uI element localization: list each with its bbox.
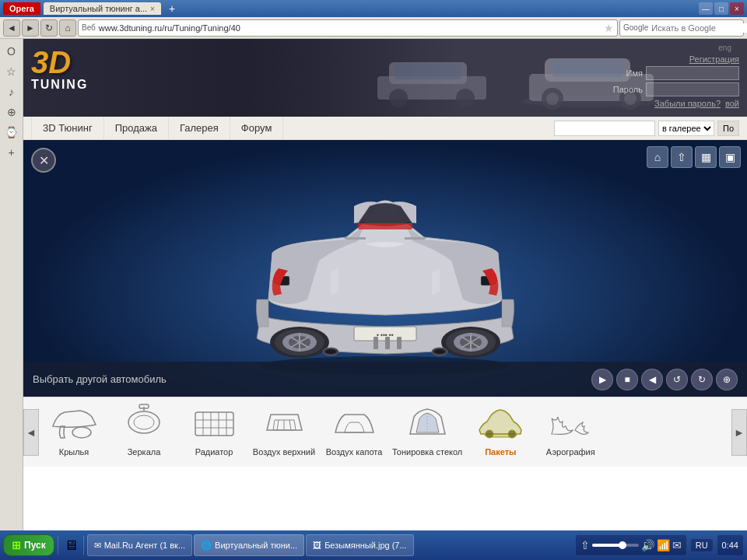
forgot-password-link[interactable]: Забыли пароль? bbox=[654, 99, 721, 108]
car-3d-svg: ▪ ▪▪▪ ▪▪ bbox=[210, 159, 560, 377]
login-name-input[interactable] bbox=[646, 66, 739, 80]
nav-item-gallery[interactable]: Галерея bbox=[169, 117, 230, 140]
part-item-tint[interactable]: Тонировка стекол bbox=[389, 398, 465, 460]
svg-point-45 bbox=[434, 349, 445, 354]
play-btn[interactable]: ▶ bbox=[591, 369, 613, 390]
start-button[interactable]: ⊞ Пуск bbox=[3, 534, 54, 556]
sidebar-icon-history[interactable]: ♪ bbox=[2, 82, 21, 101]
login-links: Забыли пароль? вой bbox=[654, 99, 739, 108]
taskbar-show-desktop[interactable]: 🖥 bbox=[61, 536, 80, 555]
address-icon: Веб bbox=[82, 23, 96, 32]
login-btn[interactable]: вой bbox=[725, 99, 739, 108]
taskbar-task-tuning[interactable]: 🌐 Виртуальный тюни... bbox=[194, 534, 304, 556]
choose-car-link[interactable]: Выбрать другой автомобиль bbox=[33, 373, 167, 385]
taskbar-task-image[interactable]: 🖼 Безымянный.jpg (7... bbox=[306, 534, 414, 556]
search-input[interactable] bbox=[651, 23, 747, 33]
tray-icon-mail[interactable]: ✉ bbox=[672, 539, 682, 551]
part-icon-hood-air bbox=[327, 401, 381, 444]
parts-carousel: ◄ Крылья bbox=[23, 397, 747, 467]
part-item-wings[interactable]: Крылья bbox=[39, 398, 109, 460]
part-icon-mirrors bbox=[117, 401, 171, 444]
tuning-bottom-bar: Выбрать другой автомобиль ▶ ■ ◀ ↺ ↻ ⊕ bbox=[23, 362, 747, 397]
svg-point-46 bbox=[72, 427, 91, 438]
system-tray: ⇧ 🔊 📶 ✉ bbox=[575, 534, 687, 556]
svg-point-43 bbox=[325, 349, 336, 354]
zoom-btn[interactable]: ⊕ bbox=[716, 369, 738, 390]
part-icon-air-top bbox=[257, 401, 311, 444]
sidebar-icon-downloads[interactable]: ⊕ bbox=[2, 103, 21, 121]
part-label-packages: Пакеты bbox=[485, 447, 516, 457]
search-bar[interactable]: Google ▼ bbox=[619, 19, 744, 37]
close-btn[interactable]: × bbox=[730, 2, 744, 15]
search-engine-label: Google bbox=[623, 23, 648, 32]
forward-btn[interactable]: ► bbox=[22, 19, 39, 37]
maximize-btn[interactable]: □ bbox=[714, 2, 728, 15]
address-bar[interactable]: Веб www.3dtuning.ru/ru/Tuning/Tuning/40 … bbox=[78, 19, 618, 37]
back-btn[interactable]: ◄ bbox=[3, 19, 20, 37]
search-go-btn[interactable]: По bbox=[717, 121, 739, 136]
volume-slider[interactable] bbox=[592, 544, 639, 547]
logo-3d-text: 3D bbox=[31, 47, 71, 78]
reload-btn[interactable]: ↻ bbox=[40, 19, 58, 37]
parts-scroll-area: Крылья Зеркала bbox=[39, 397, 731, 467]
browser-sidebar: O ☆ ♪ ⊕ ⌚ + bbox=[0, 39, 23, 543]
carousel-right-arrow[interactable]: ► bbox=[731, 409, 747, 456]
clock-area: 0:44 bbox=[717, 534, 744, 556]
svg-point-5 bbox=[546, 93, 559, 105]
sidebar-icon-opera[interactable]: O bbox=[2, 42, 21, 61]
rotate-ccw-btn[interactable]: ↺ bbox=[666, 369, 688, 390]
nav-item-sales[interactable]: Продажа bbox=[104, 117, 169, 140]
rotate-left-btn[interactable]: ◀ bbox=[641, 369, 663, 390]
language-selector[interactable]: eng bbox=[718, 44, 731, 52]
tray-icon-speaker[interactable]: 🔊 bbox=[641, 539, 654, 551]
sidebar-icon-add[interactable]: + bbox=[2, 143, 21, 162]
register-link[interactable]: Регистрация bbox=[689, 54, 739, 64]
svg-point-63 bbox=[508, 430, 516, 438]
svg-rect-51 bbox=[195, 412, 233, 436]
part-item-hood-air[interactable]: Воздух капота bbox=[319, 398, 389, 460]
search-scope-select[interactable]: в галерее bbox=[658, 121, 714, 136]
rotate-cw-btn[interactable]: ↻ bbox=[691, 369, 713, 390]
tray-icon-network[interactable]: 📶 bbox=[657, 539, 670, 551]
logo-tuning-text: TUNING bbox=[31, 78, 88, 92]
bookmark-icon[interactable]: ★ bbox=[604, 22, 614, 34]
part-item-air-top[interactable]: Воздух верхний bbox=[249, 398, 319, 460]
part-icon-airbrush bbox=[543, 401, 598, 444]
login-password-input[interactable] bbox=[646, 82, 739, 96]
image-task-icon: 🖼 bbox=[313, 541, 321, 550]
part-label-radiator: Радиатор bbox=[195, 447, 233, 457]
svg-rect-24 bbox=[397, 337, 402, 349]
part-item-airbrush[interactable]: Аэрография bbox=[535, 398, 605, 460]
new-tab-btn[interactable]: + bbox=[164, 2, 180, 15]
title-bar: Opera Виртуальный тюнинг а... × + — □ × bbox=[0, 0, 747, 17]
carousel-left-arrow[interactable]: ◄ bbox=[23, 409, 39, 456]
stop-btn[interactable]: ■ bbox=[616, 369, 638, 390]
part-label-tint: Тонировка стекол bbox=[392, 447, 462, 457]
tab-title: Виртуальный тюнинг а... bbox=[50, 4, 147, 13]
site-search-input[interactable] bbox=[554, 121, 655, 136]
site-header: 3D TUNING eng Регистрация Имя Пароль Заб… bbox=[23, 39, 747, 117]
opera-logo[interactable]: Opera bbox=[3, 2, 40, 15]
tray-icon-1[interactable]: ⇧ bbox=[580, 539, 590, 551]
navigation-bar: ◄ ► ↻ ⌂ Веб www.3dtuning.ru/ru/Tuning/Tu… bbox=[0, 17, 747, 39]
site-logo[interactable]: 3D TUNING bbox=[31, 47, 88, 92]
minimize-btn[interactable]: — bbox=[699, 2, 713, 15]
part-item-radiator[interactable]: Радиатор bbox=[179, 398, 249, 460]
home-nav-btn[interactable]: ⌂ bbox=[59, 19, 76, 37]
nav-item-forum[interactable]: Форум bbox=[230, 117, 284, 140]
language-indicator[interactable]: RU bbox=[690, 538, 714, 552]
taskbar-task-mailru[interactable]: ✉ Mail.Ru Агент (1 вк... bbox=[87, 534, 192, 556]
login-password-label: Пароль bbox=[604, 85, 643, 94]
sidebar-icon-time[interactable]: ⌚ bbox=[2, 123, 21, 142]
part-item-packages[interactable]: Пакеты bbox=[465, 398, 535, 460]
tab-close-btn[interactable]: × bbox=[150, 5, 155, 13]
browser-tab[interactable]: Виртуальный тюнинг а... × bbox=[44, 2, 161, 15]
svg-point-12 bbox=[456, 89, 475, 107]
part-item-mirrors[interactable]: Зеркала bbox=[109, 398, 179, 460]
nav-item-3dtuning[interactable]: 3D Тюнинг bbox=[31, 117, 104, 140]
login-password-row: Пароль bbox=[604, 82, 739, 96]
part-label-air-top: Воздух верхний bbox=[253, 447, 315, 457]
sidebar-icon-bookmarks[interactable]: ☆ bbox=[2, 62, 21, 81]
taskbar-separator-1 bbox=[58, 536, 58, 555]
svg-point-11 bbox=[389, 89, 408, 107]
